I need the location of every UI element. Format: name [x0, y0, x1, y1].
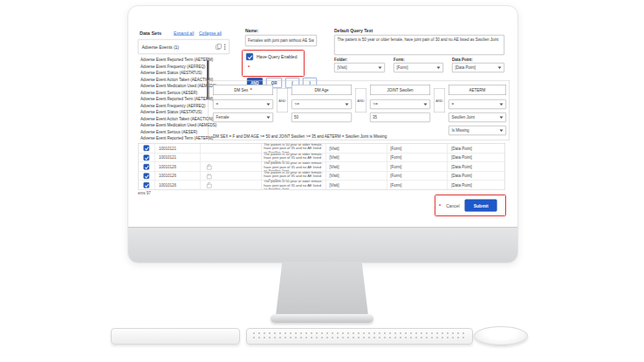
status-cell: [200, 144, 261, 154]
operator-select-3[interactable]: >=: [370, 99, 430, 109]
cancel-button[interactable]: Cancel: [446, 203, 460, 208]
chevron-down-icon: [500, 103, 504, 106]
chevron-down-icon: [437, 66, 441, 69]
datapoint-cell: [Data Point]: [448, 181, 505, 189]
sidebar-item[interactable]: Adverse Event Status (AESTATUS): [140, 71, 202, 75]
visit-cell: [Visit]: [325, 162, 387, 171]
monitor-chin: [128, 227, 517, 263]
form-cell: [Form]: [387, 144, 448, 154]
operator-select-1[interactable]: =: [213, 99, 273, 109]
query-summary: DM SEX = F and DM AGE >= 50 and JOINT Sw…: [213, 134, 387, 139]
submit-button[interactable]: Submit: [465, 200, 497, 212]
folder-select[interactable]: [Visit]: [334, 63, 385, 72]
chevron-down-icon: [379, 66, 382, 69]
operator-value: >=: [373, 102, 378, 106]
row-checkbox[interactable]: [144, 146, 150, 152]
mouse: [474, 326, 528, 345]
chevron-down-icon: [346, 103, 349, 106]
form-cell: [Form]: [387, 162, 448, 171]
condition-field-4[interactable]: AETERM: [449, 85, 506, 95]
row-checkbox[interactable]: [144, 154, 150, 161]
table-row: 10010126 The patient is 50 year or older…: [139, 162, 505, 172]
row-checkbox[interactable]: [144, 182, 150, 188]
datapoint-cell: [Data Point]: [448, 154, 505, 162]
field-name: JOINT Swollen: [387, 88, 414, 92]
field-name: DM Sex: [234, 88, 248, 92]
sidebar-item[interactable]: Adverse Event Action Taken (AEACTION): [140, 117, 213, 121]
sidebar-item[interactable]: Adverse Event Frequency (AEFREQ): [140, 104, 206, 108]
datapoint-cell: [Data Point]: [448, 144, 505, 154]
folder-value: [Visit]: [338, 65, 347, 70]
datapoint-cell: [Data Point]: [448, 172, 505, 181]
value-input-3[interactable]: 35: [370, 113, 430, 122]
lock-icon: [207, 174, 212, 179]
subject-id: 10010126: [154, 172, 200, 181]
sidebar-item[interactable]: Adverse Event Action Taken (AEACTION): [140, 78, 213, 82]
name-value: Females with joint pain without AE Swoll…: [248, 38, 314, 43]
chevron-down-icon: [424, 103, 428, 106]
condition-field-1[interactable]: DM Sex *: [213, 85, 273, 95]
table-row: 10010126 The patient is 50 year or older…: [139, 171, 505, 181]
operator-select-4[interactable]: =: [449, 99, 506, 109]
default-query-label: Default Query Text: [334, 28, 373, 33]
visit-cell: [Visit]: [325, 144, 387, 154]
stand-base: [271, 314, 373, 323]
check-icon: [145, 174, 149, 178]
keyboard-keys: [252, 331, 467, 341]
missing-select-4[interactable]: Is Missing: [449, 126, 506, 135]
value: Swollen Joint: [452, 115, 476, 120]
sidebar-item[interactable]: Adverse Event Medication Used (AEMEDS): [140, 123, 216, 127]
datapoint-value: [Data Point]: [456, 65, 476, 70]
check-icon: [145, 155, 149, 160]
value: Female: [216, 115, 230, 120]
dataset-card[interactable]: Adverse Events (1): [138, 39, 230, 54]
scene: Data Sets Expand all Collapse all Advers…: [0, 0, 644, 362]
datapoint-select[interactable]: [Data Point]: [452, 63, 504, 72]
query-builder-app: Data Sets Expand all Collapse all Advers…: [134, 10, 512, 228]
sidebar-item[interactable]: Adverse Event Serious (AESER): [140, 130, 197, 134]
collapse-all-link[interactable]: Collapse all: [199, 31, 222, 37]
row-checkbox[interactable]: [144, 173, 150, 179]
visit-cell: [Visit]: [325, 181, 387, 189]
form-cell: [Form]: [387, 154, 448, 162]
condition-field-3[interactable]: JOINT Swollen: [370, 85, 430, 95]
expand-all-link[interactable]: Expand all: [174, 31, 194, 37]
sidebar-item[interactable]: Adverse Event Status (AESTATUS): [140, 110, 202, 114]
connector-and: AND: [434, 88, 445, 113]
connector-and: AND: [277, 88, 288, 113]
query-text-cell: The patient is 50 year or older female, …: [261, 144, 325, 154]
value-select-4[interactable]: Swollen Joint: [449, 113, 506, 122]
subject-id: 10010126: [154, 181, 200, 189]
condition-field-2[interactable]: DM Age: [291, 85, 352, 95]
sidebar-item[interactable]: Adverse Event Reported Term (AETERM): [140, 136, 213, 140]
name-input[interactable]: Females with joint pain without AE Swoll…: [245, 35, 317, 46]
sidebar-item[interactable]: Adverse Event Medication Used (AEMEDS): [140, 84, 216, 88]
kebab-menu-icon[interactable]: [224, 44, 226, 45]
form-select[interactable]: [Form]: [394, 63, 443, 72]
trackpad: [111, 328, 240, 345]
value-select-1[interactable]: Female: [213, 113, 273, 122]
screen: Data Sets Expand all Collapse all Advers…: [134, 10, 512, 228]
chevron-down-icon: [267, 116, 271, 119]
form-cell: [Form]: [387, 172, 448, 181]
value: Is Missing: [452, 128, 469, 133]
value: 35: [373, 115, 377, 120]
operator-select-2[interactable]: >=: [291, 99, 352, 109]
default-query-textarea[interactable]: The patient is 50 year or older female, …: [334, 35, 504, 55]
sidebar-item[interactable]: Adverse Event Frequency (AEFREQ): [140, 65, 206, 69]
items-count: ems 97: [138, 191, 151, 195]
chevron-down-icon: [500, 116, 504, 119]
sidebar-item[interactable]: Adverse Event Reported Term (AETERM): [140, 97, 213, 101]
operator-value: >=: [295, 102, 299, 106]
sidebar-item[interactable]: Adverse Event Reported Term (AETERM): [140, 58, 213, 62]
monitor-bezel: Data Sets Expand all Collapse all Advers…: [127, 5, 518, 263]
sidebar-item[interactable]: Adverse Event Serious (AESER): [140, 91, 197, 95]
row-checkbox[interactable]: [144, 164, 150, 170]
form-value: [Form]: [397, 65, 408, 70]
datasets-title: Data Sets: [140, 31, 161, 36]
subject-id: 10010121: [154, 154, 200, 162]
copy-icon[interactable]: [216, 44, 222, 50]
visit-cell: [Visit]: [325, 172, 387, 181]
value-input-2[interactable]: 50: [291, 113, 352, 122]
form-cell: [Form]: [387, 181, 448, 189]
